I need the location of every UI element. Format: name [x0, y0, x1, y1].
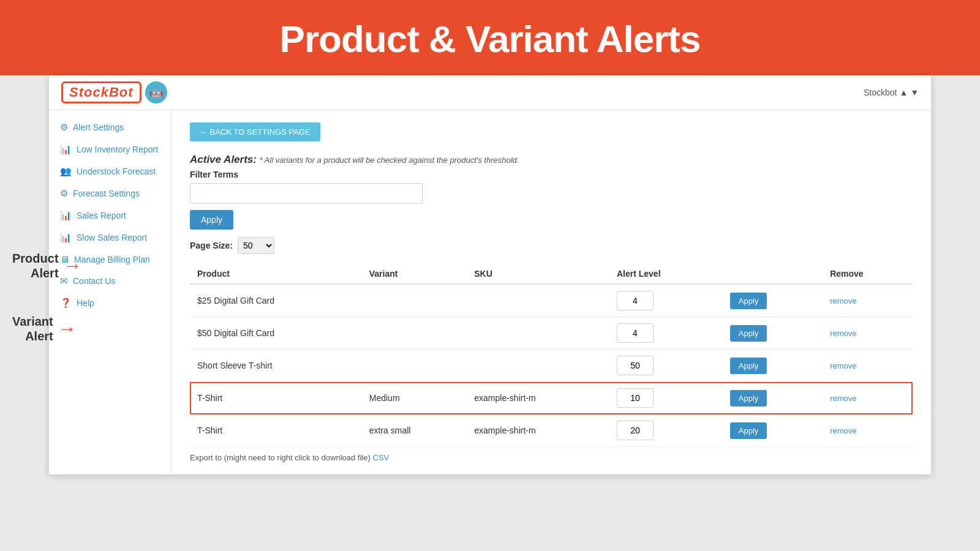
table-row: $25 Digital Gift Card Apply remove: [190, 284, 913, 317]
cell-apply: Apply: [719, 414, 823, 447]
export-row: Export to (might need to right click to …: [190, 453, 913, 462]
chart-icon: 📊: [60, 144, 72, 155]
back-button[interactable]: ← BACK TO SETTINGS PAGE: [190, 122, 320, 141]
product-alert-label-line2: Alert: [12, 266, 59, 280]
cell-alert-level: [609, 284, 719, 317]
remove-link[interactable]: remove: [830, 426, 856, 435]
col-product: Product: [190, 264, 362, 284]
cell-remove: remove: [823, 284, 913, 317]
cell-product: T-Shirt: [190, 382, 362, 414]
app-window: StockBot 🤖 Stockbot ▲ ▼ ⚙ Alert Settings…: [49, 75, 931, 474]
people-icon: 👥: [60, 166, 72, 177]
app-body: ⚙ Alert Settings 📊 Low Inventory Report …: [49, 110, 931, 474]
row-apply-button[interactable]: Apply: [730, 390, 767, 407]
cell-product: T-Shirt: [190, 414, 362, 447]
table-row: T-Shirt extra small example-shirt-m Appl…: [190, 414, 913, 447]
sidebar-label-understock: Understock Forecast: [77, 167, 156, 176]
export-text: Export to (might need to right click to …: [190, 453, 371, 462]
row-apply-button[interactable]: Apply: [730, 422, 767, 439]
sidebar-label-slow-sales: Slow Sales Report: [77, 233, 147, 242]
variant-alert-annotation: Variant Alert →: [12, 314, 82, 343]
alert-level-input[interactable]: [617, 323, 654, 343]
product-alert-label-line1: Product: [12, 251, 59, 266]
variant-alert-arrow: →: [58, 318, 77, 339]
active-alerts-section: Active Alerts: * All variants for a prod…: [190, 154, 913, 166]
sidebar-item-sales-report[interactable]: 📊 Sales Report: [49, 204, 171, 227]
logo-text: StockBot: [61, 81, 141, 103]
cell-apply: Apply: [719, 284, 823, 317]
sidebar-item-understock-forecast[interactable]: 👥 Understock Forecast: [49, 160, 171, 182]
cell-apply: Apply: [719, 382, 823, 414]
sidebar-label-billing: Manage Billing Plan: [74, 255, 150, 264]
page-size-select[interactable]: 50 25 100: [238, 237, 274, 254]
table-row: $50 Digital Gift Card Apply remove: [190, 317, 913, 350]
filter-input[interactable]: [190, 183, 423, 204]
cell-apply: Apply: [719, 317, 823, 350]
alert-level-input[interactable]: [617, 291, 654, 310]
cell-alert-level: [609, 414, 719, 447]
cell-variant: [362, 317, 467, 350]
cell-sku: [467, 350, 609, 382]
topbar-user: Stockbot ▲ ▼: [864, 88, 919, 97]
cell-variant: [362, 284, 467, 317]
cell-alert-level: [609, 350, 719, 382]
sidebar-item-alert-settings[interactable]: ⚙ Alert Settings: [49, 116, 171, 138]
bar2-icon: 📊: [60, 232, 72, 243]
cell-product: $50 Digital Gift Card: [190, 317, 362, 350]
sidebar-label-forecast-settings: Forecast Settings: [73, 189, 140, 198]
remove-link[interactable]: remove: [830, 296, 856, 305]
active-alerts-subtext: * All variants for a product will be che…: [259, 156, 519, 165]
cell-variant: Medium: [362, 382, 467, 414]
product-alert-arrow: →: [64, 255, 82, 276]
cell-sku: example-shirt-m: [467, 414, 609, 447]
sidebar-item-low-inventory[interactable]: 📊 Low Inventory Report: [49, 138, 171, 160]
filter-label: Filter Terms: [190, 170, 913, 179]
table-header-row: Product Variant SKU Alert Level Remove: [190, 264, 913, 284]
alert-level-input[interactable]: [617, 356, 654, 375]
product-alert-annotation: Product Alert →: [12, 251, 82, 280]
cell-alert-level: [609, 317, 719, 350]
logo-avatar: 🤖: [145, 81, 167, 103]
remove-link[interactable]: remove: [830, 361, 856, 370]
cell-variant: extra small: [362, 414, 467, 447]
col-apply: [719, 264, 823, 284]
sidebar-item-slow-sales[interactable]: 📊 Slow Sales Report: [49, 227, 171, 249]
filter-apply-button[interactable]: Apply: [190, 210, 233, 230]
cell-remove: remove: [823, 317, 913, 350]
cell-remove: remove: [823, 382, 913, 414]
app-logo: StockBot 🤖: [61, 81, 167, 103]
header-banner: Product & Variant Alerts: [0, 0, 980, 75]
app-topbar: StockBot 🤖 Stockbot ▲ ▼: [49, 75, 931, 110]
gear2-icon: ⚙: [60, 188, 68, 199]
table-row: Short Sleeve T-shirt Apply remove: [190, 350, 913, 382]
annotations: Product Alert → Variant Alert →: [12, 251, 82, 343]
cell-apply: Apply: [719, 350, 823, 382]
page-size-row: Page Size: 50 25 100: [190, 237, 913, 254]
remove-link[interactable]: remove: [830, 394, 856, 403]
sidebar-item-forecast-settings[interactable]: ⚙ Forecast Settings: [49, 182, 171, 204]
cell-sku: [467, 317, 609, 350]
cell-variant: [362, 350, 467, 382]
row-apply-button[interactable]: Apply: [730, 358, 767, 374]
alerts-table: Product Variant SKU Alert Level Remove $…: [190, 264, 913, 447]
main-content: Product Alert → Variant Alert → ← BACK T…: [172, 110, 931, 474]
row-apply-button[interactable]: Apply: [730, 325, 767, 342]
col-sku: SKU: [467, 264, 609, 284]
table-row: T-Shirt Medium example-shirt-m Apply rem…: [190, 382, 913, 414]
cell-product: $25 Digital Gift Card: [190, 284, 362, 317]
cell-product: Short Sleeve T-shirt: [190, 350, 362, 382]
alert-level-input[interactable]: [617, 421, 654, 440]
remove-link[interactable]: remove: [830, 329, 856, 338]
col-alert-level: Alert Level: [609, 264, 719, 284]
gear-icon: ⚙: [60, 122, 68, 133]
cell-sku: [467, 284, 609, 317]
cell-alert-level: [609, 382, 719, 414]
cell-remove: remove: [823, 350, 913, 382]
sidebar-label-alert-settings: Alert Settings: [73, 122, 124, 132]
cell-remove: remove: [823, 414, 913, 447]
alert-level-input[interactable]: [617, 388, 654, 408]
export-csv-link[interactable]: CSV: [372, 453, 389, 462]
row-apply-button[interactable]: Apply: [730, 293, 767, 309]
bar-icon: 📊: [60, 210, 72, 221]
col-variant: Variant: [362, 264, 467, 284]
